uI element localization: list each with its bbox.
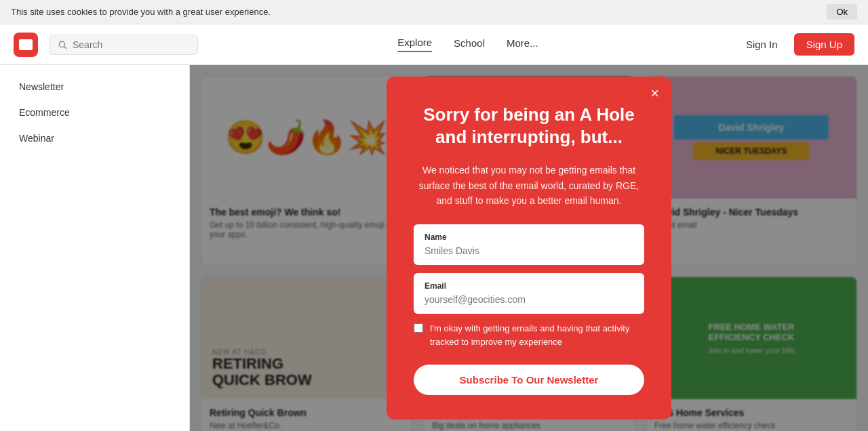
sign-in-button[interactable]: Sign In [738,35,786,54]
svg-point-0 [59,41,64,47]
logo-icon [19,39,33,50]
consent-checkbox-container: I'm okay with getting emails and having … [414,322,644,348]
modal-overlay: × Sorry for being an A Hole and interrup… [190,65,868,431]
name-field-container: Name [414,224,644,265]
modal-close-button[interactable]: × [650,86,659,101]
sidebar-item-webinar[interactable]: Webinar [5,126,184,150]
cookie-ok-button[interactable]: Ok [827,4,857,20]
search-input[interactable] [73,39,189,50]
nav-more[interactable]: More... [507,37,538,52]
search-icon [58,40,67,49]
nav-school[interactable]: School [454,37,485,52]
nav-actions: Sign In Sign Up [738,33,854,56]
email-input[interactable] [425,294,633,305]
sign-up-button[interactable]: Sign Up [794,33,854,56]
modal-description: We noticed that you may not be getting e… [414,163,644,208]
name-label: Name [425,232,633,242]
svg-line-1 [64,46,66,48]
cookie-text: This site uses cookies to provide you wi… [11,7,271,17]
top-nav: Explore School More... Sign In Sign Up [0,24,868,65]
search-bar[interactable] [49,35,198,55]
email-field-container: Email [414,273,644,314]
nav-explore[interactable]: Explore [397,37,432,52]
logo [14,33,38,57]
sidebar: Newsletter Ecommerce Webinar [0,65,190,431]
sidebar-item-newsletter[interactable]: Newsletter [5,75,184,99]
subscribe-button[interactable]: Subscribe To Our Newsletter [414,365,644,395]
name-input[interactable] [425,245,633,256]
consent-checkbox[interactable] [414,323,423,333]
subscription-modal: × Sorry for being an A Hole and interrup… [387,77,671,420]
email-label: Email [425,281,633,291]
nav-center: Explore School More... [198,37,738,52]
consent-label: I'm okay with getting emails and having … [430,322,644,348]
content-area: 😍🌶️🔥💥 The best emoji? We think so! Get u… [190,65,868,431]
sidebar-item-ecommerce[interactable]: Ecommerce [5,100,184,125]
main-layout: Newsletter Ecommerce Webinar 😍🌶️🔥💥 The b… [0,65,868,431]
cookie-bar: This site uses cookies to provide you wi… [0,0,868,24]
modal-title: Sorry for being an A Hole and interrupti… [414,104,644,150]
